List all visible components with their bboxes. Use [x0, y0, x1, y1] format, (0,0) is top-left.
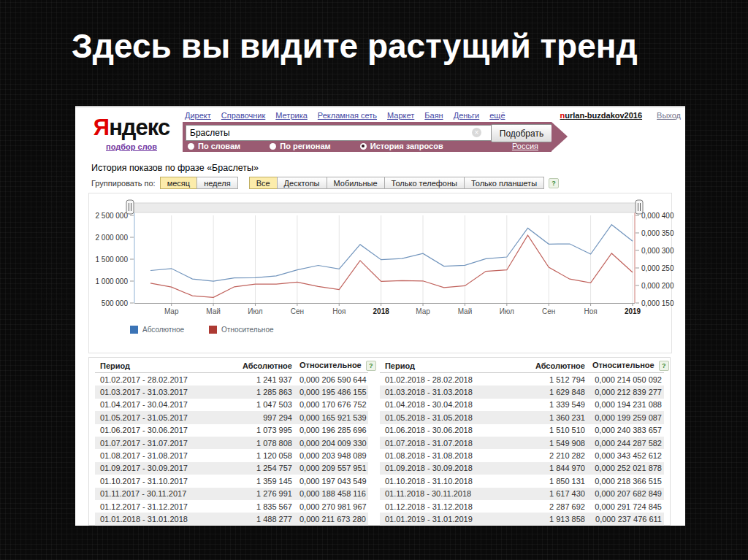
relative-cell: 0,000 244 287 582	[587, 437, 664, 449]
group-by-button[interactable]: месяц	[160, 177, 197, 189]
svg-text:Май: Май	[458, 307, 473, 315]
radio-icon[interactable]	[188, 143, 194, 150]
nav-link[interactable]: ещё	[489, 111, 505, 120]
absolute-cell: 1 047 503	[221, 399, 294, 411]
relative-cell: 0,000 214 050 092	[587, 373, 664, 386]
table-row: 01.06.2017 - 30.06.20171 073 9950,000 19…	[95, 424, 368, 437]
series-line	[150, 235, 633, 297]
device-tab[interactable]: Только телефоны	[384, 177, 465, 189]
range-handle-right[interactable]	[636, 200, 643, 214]
device-tab[interactable]: Все	[249, 177, 278, 189]
period-cell: 01.04.2017 - 30.04.2017	[95, 399, 221, 411]
legend-item[interactable]: Относительное	[209, 326, 273, 334]
legend-swatch-icon	[130, 326, 138, 334]
period-cell: 01.12.2017 - 31.12.2017	[95, 500, 221, 513]
top-nav: ДиректСправочникМетрикаРекламная сетьМар…	[185, 111, 681, 120]
table-row: 01.01.2018 - 31.01.20181 488 2770,000 21…	[95, 513, 368, 525]
user-account-link[interactable]: nurlan-buzdakov2016	[560, 111, 643, 120]
yandex-logo[interactable]: Яндекс подбор слов	[91, 116, 172, 151]
svg-text:Мар: Мар	[164, 307, 179, 315]
relative-cell: 0,000 195 486 155	[294, 386, 368, 398]
legend-item[interactable]: Абсолютное	[130, 326, 184, 334]
period-cell: 01.08.2017 - 31.08.2017	[95, 449, 221, 461]
svg-text:Ноя: Ноя	[584, 307, 598, 315]
radio-icon[interactable]	[360, 143, 367, 150]
svg-text:1 000 000: 1 000 000	[96, 277, 129, 285]
period-cell: 01.10.2017 - 31.10.2017	[95, 475, 221, 487]
col-header: Абсолютное	[511, 360, 587, 373]
logo-first-letter: Я	[94, 115, 109, 140]
relative-cell: 0,000 270 981 967	[294, 500, 368, 513]
period-cell: 01.11.2017 - 30.11.2017	[95, 488, 221, 500]
col-header: Абсолютное	[221, 360, 294, 373]
radio-icon[interactable]	[270, 143, 276, 150]
submit-button[interactable]: Подобрать	[491, 124, 552, 142]
column-help-icon[interactable]: ?	[659, 361, 669, 371]
search-input[interactable]	[186, 125, 497, 141]
svg-text:Сен: Сен	[542, 307, 555, 315]
nav-link[interactable]: Директ	[185, 111, 211, 120]
group-by-button[interactable]: неделя	[196, 177, 238, 189]
nav-link[interactable]: Маркет	[387, 111, 414, 120]
radio-option[interactable]: По словам	[188, 142, 240, 150]
period-cell: 01.11.2018 - 30.11.2018	[380, 488, 511, 500]
svg-text:0,000 150: 0,000 150	[641, 299, 674, 307]
device-tab[interactable]: Мобильные	[327, 177, 385, 189]
svg-text:0,000 200: 0,000 200	[641, 282, 674, 290]
absolute-cell: 997 294	[221, 411, 294, 423]
clear-icon[interactable]: ×	[472, 128, 481, 137]
period-cell: 01.02.2018 - 28.02.2018	[380, 373, 511, 386]
relative-cell: 0,000 165 921 539	[294, 411, 368, 423]
range-handle-left[interactable]	[126, 200, 134, 214]
nav-link[interactable]: Деньги	[454, 111, 480, 120]
absolute-cell: 1 913 858	[511, 513, 587, 525]
absolute-cell: 1 359 145	[221, 475, 294, 487]
svg-text:500 000: 500 000	[102, 299, 129, 307]
relative-cell: 0,000 240 383 657	[587, 424, 664, 437]
column-help-icon[interactable]: ?	[366, 361, 376, 371]
wordstat-link[interactable]: подбор слов	[106, 142, 157, 151]
radio-selected[interactable]: История запросов	[360, 142, 443, 150]
nav-link[interactable]: Справочник	[221, 111, 266, 120]
absolute-cell: 1 549 908	[511, 437, 587, 449]
table-row: 01.02.2017 - 28.02.20171 241 9370,000 20…	[95, 373, 368, 386]
absolute-cell: 1 617 430	[511, 488, 587, 500]
region-link[interactable]: Россия	[512, 142, 538, 150]
logout-link[interactable]: Выход	[657, 111, 681, 120]
relative-cell: 0,000 194 231 088	[587, 399, 664, 411]
tabs-help-icon[interactable]: ?	[549, 178, 559, 188]
svg-text:Ноя: Ноя	[332, 307, 346, 315]
relative-cell: 0,000 204 009 330	[294, 437, 368, 449]
device-tab[interactable]: Только планшеты	[464, 177, 544, 189]
nav-link[interactable]: Метрика	[275, 111, 308, 120]
radio-option[interactable]: По регионам	[270, 142, 330, 150]
table-row: 01.08.2018 - 31.08.20182 210 2820,000 34…	[380, 449, 664, 461]
period-cell: 01.02.2017 - 28.02.2017	[95, 373, 221, 386]
absolute-cell: 1 254 757	[221, 462, 294, 475]
nav-link[interactable]: Баян	[424, 111, 443, 120]
svg-text:Июл: Июл	[248, 307, 262, 315]
group-by-label: Группировать по:	[91, 179, 156, 188]
stats-table-2017: ПериодАбсолютноеОтносительное?01.02.2017…	[95, 360, 368, 526]
relative-cell: 0,000 188 458 116	[294, 488, 368, 500]
absolute-cell: 1 844 970	[511, 462, 587, 475]
relative-cell: 0,000 211 673 280	[294, 513, 368, 525]
table-row: 01.12.2018 - 31.12.20182 287 6920,000 29…	[380, 500, 664, 513]
relative-cell: 0,000 207 682 849	[587, 488, 664, 500]
period-cell: 01.06.2017 - 30.06.2017	[95, 424, 221, 437]
stats-tables: ПериодАбсолютноеОтносительное?01.02.2017…	[88, 357, 671, 526]
absolute-cell: 1 835 567	[221, 500, 294, 513]
period-cell: 01.04.2018 - 30.04.2018	[380, 399, 511, 411]
nav-link[interactable]: Рекламная сеть	[318, 111, 377, 120]
absolute-cell: 1 850 131	[511, 475, 587, 487]
table-row: 01.07.2018 - 31.07.20181 549 9080,000 24…	[380, 437, 664, 449]
browser-screenshot-panel: ДиректСправочникМетрикаРекламная сетьМар…	[75, 106, 685, 526]
device-tab[interactable]: Десктопы	[277, 177, 327, 189]
stats-table-2018: ПериодАбсолютноеОтносительное?01.02.2018…	[380, 360, 664, 526]
device-tabs: ВсеДесктопыМобильныеТолько телефоныТольк…	[250, 177, 544, 189]
period-cell: 01.06.2018 - 30.06.2018	[380, 424, 511, 437]
period-cell: 01.10.2018 - 31.10.2018	[380, 475, 511, 487]
search-bar: × Подобрать По словамПо регионамИстория …	[183, 122, 552, 152]
svg-text:2 000 000: 2 000 000	[96, 234, 129, 242]
absolute-cell: 2 210 282	[511, 449, 587, 461]
